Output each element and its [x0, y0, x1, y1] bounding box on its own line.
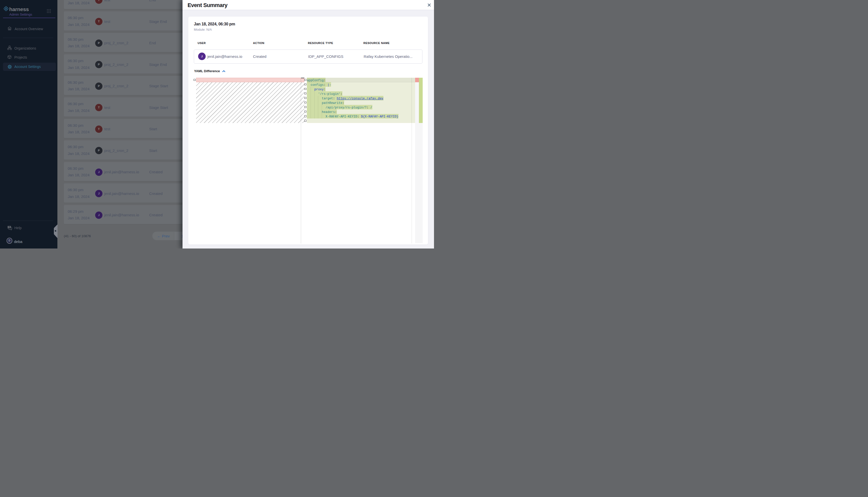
svg-text:?: ? [9, 226, 10, 228]
